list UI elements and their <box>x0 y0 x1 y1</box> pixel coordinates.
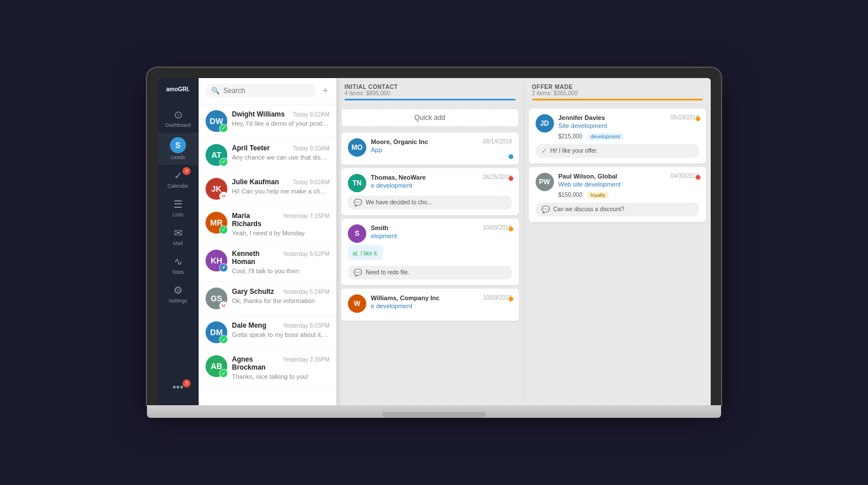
whatsapp-badge-icon: ✓ <box>219 226 228 234</box>
stats-icon: ∿ <box>174 255 183 268</box>
crm-card[interactable]: PW Paul Wilson, Global Web site developm… <box>529 167 707 222</box>
sidebar-item-label: Lists <box>173 212 184 218</box>
message-content: Dale Meng Yesterday 5:03PM Gotta speak t… <box>232 321 330 339</box>
sidebar-item-dashboard[interactable]: ⊙ Dashboard <box>157 104 199 133</box>
more-icon: ••• <box>173 382 184 394</box>
whatsapp-badge-icon: ✓ <box>219 158 228 166</box>
card-tag-loyalty: loyalty <box>587 192 609 199</box>
card-date: 08/14/2018 <box>483 138 512 145</box>
whatsapp-icon: ✓ <box>541 147 547 155</box>
search-icon: 🔍 <box>211 87 220 95</box>
sidebar-item-label: Stats <box>172 269 184 275</box>
chat-icon: 💬 <box>354 199 362 207</box>
search-input[interactable] <box>223 87 311 95</box>
card-deal-title: e development <box>371 182 478 189</box>
message-time: Yesterday 2:36PM <box>283 356 330 363</box>
quick-add-button[interactable]: Quick add <box>341 108 519 127</box>
bubble-text: Need to redo file. <box>366 269 409 276</box>
whatsapp-badge-icon: ✓ <box>219 124 228 133</box>
sidebar-item-stats[interactable]: ∿ Stats <box>157 251 199 280</box>
card-tag: development <box>587 133 624 140</box>
list-item[interactable]: DW ✓ Dwight Williams Today 9:22AM Hey, I… <box>199 104 336 138</box>
message-name: Kenneth Homan <box>232 250 281 266</box>
message-name: Gary Schultz <box>232 288 274 296</box>
card-name: Thomas, NeoWare <box>371 174 478 181</box>
card-avatar: MO <box>348 138 366 157</box>
card-date: 06/25/2018 <box>483 174 512 180</box>
calendar-icon: ✓ <box>174 169 183 182</box>
app-container: amoGRI. ⊙ Dashboard S Leads 3 ✓ <box>157 78 711 405</box>
more-badge: 5 <box>183 379 191 387</box>
card-info: Jennifer Davies Site development $215,00… <box>559 114 666 141</box>
crm-card[interactable]: W Williams, Company Inc e development 10… <box>341 289 519 321</box>
column-header-initial-contact: INITIAL CONTACT 4 items: $895,000 <box>336 78 524 106</box>
card-name: Paul Wilson, Global <box>559 173 666 180</box>
gmail-badge-icon: M <box>219 301 228 310</box>
list-item[interactable]: GS M Gary Schultz Yesterday 5:24PM Ok, t… <box>199 282 336 316</box>
list-item[interactable]: DM ✓ Dale Meng Yesterday 5:03PM Gotta sp… <box>199 316 336 350</box>
card-date: 05/19/2018 <box>671 114 699 121</box>
card-amount: $215,000 <box>559 133 583 139</box>
card-info: Moore, Organic Inc App <box>371 138 478 154</box>
sidebar-item-more[interactable]: 5 ••• <box>157 377 199 399</box>
sidebar-item-calendar[interactable]: 3 ✓ Calendar <box>157 165 199 193</box>
message-preview: Hey, I'd like a demo of your product <box>232 119 330 128</box>
column-subtitle: 4 items: $895,000 <box>344 90 516 96</box>
sidebar-item-label: Calendar <box>168 183 189 189</box>
message-preview: Yeah, I need it by Monday <box>232 229 330 238</box>
column-header-offer-made: OFFER MADE 2 items: $365,000 <box>524 78 711 106</box>
avatar-wrap: KH ⚡ <box>206 250 227 271</box>
message-content: Gary Schultz Yesterday 5:24PM Ok, thanks… <box>232 288 330 305</box>
card-dot <box>509 154 513 159</box>
list-item[interactable]: MR ✓ Maria Richards Yesterday 7:15PM Yea… <box>199 206 336 244</box>
avatar-wrap: DW ✓ <box>206 110 227 132</box>
card-avatar: S <box>348 224 366 243</box>
card-top: S Smith elopment 10/09/2018 <box>348 224 512 243</box>
crm-card[interactable]: TN Thomas, NeoWare e development 06/25/2… <box>341 168 519 215</box>
sidebar-item-leads[interactable]: S Leads <box>157 133 199 165</box>
sidebar-item-settings[interactable]: ⚙ Settings <box>157 280 199 308</box>
card-amount-tag: $150,000 loyalty <box>559 189 666 199</box>
crm-card[interactable]: MO Moore, Organic Inc App 08/14/2018 <box>341 133 519 165</box>
list-item[interactable]: KH ⚡ Kenneth Homan Yesterday 6:52PM Cool… <box>199 244 336 282</box>
message-time: Yesterday 7:15PM <box>283 213 330 219</box>
message-content: Maria Richards Yesterday 7:15PM Yeah, I … <box>232 212 330 238</box>
laptop-base <box>147 405 721 418</box>
card-amount: $150,000 <box>559 192 583 198</box>
add-message-button[interactable]: + <box>321 84 330 98</box>
crm-card[interactable]: S Smith elopment 10/09/2018 at, I like i… <box>341 219 519 285</box>
message-name: Julie Kaufman <box>232 178 279 186</box>
whatsapp-badge-icon: ✓ <box>219 369 228 378</box>
card-deal-title: elopment <box>371 232 478 239</box>
card-avatar: JD <box>536 114 554 133</box>
sidebar-item-lists[interactable]: ☰ Lists <box>157 193 199 222</box>
bubble-text: We have decided to cho... <box>366 199 432 205</box>
column-cards: Quick add MO Moore, Organic Inc App 08 <box>336 106 524 405</box>
message-top: Dale Meng Yesterday 5:03PM <box>232 321 330 329</box>
search-box[interactable]: 🔍 <box>206 84 316 98</box>
message-time: Today 9:20AM <box>293 145 330 152</box>
list-item[interactable]: AB ✓ Agnes Brockman Yesterday 2:36PM Tha… <box>199 350 336 387</box>
message-preview: Thanks, nice talking to you! <box>232 373 330 381</box>
bubble-text: Can we discuss a discount? <box>553 206 625 212</box>
message-content: Dwight Williams Today 9:22AM Hey, I'd li… <box>232 110 330 128</box>
card-avatar: PW <box>536 173 554 191</box>
column-cards: JD Jennifer Davies Site development $215… <box>524 106 711 405</box>
card-info: Thomas, NeoWare e development <box>371 174 478 190</box>
card-deal-title: e development <box>371 302 478 309</box>
app-logo: amoGRI. <box>164 84 192 95</box>
bubble-text-green: at, I like it. <box>352 250 378 257</box>
message-top: Maria Richards Yesterday 7:15PM <box>232 212 330 228</box>
message-content: Agnes Brockman Yesterday 2:36PM Thanks, … <box>232 355 330 381</box>
message-top: Gary Schultz Yesterday 5:24PM <box>232 288 330 296</box>
card-name: Williams, Company Inc <box>371 294 478 301</box>
sidebar-item-mail[interactable]: ✉ Mail <box>157 222 199 251</box>
card-deal-title: Web site development <box>559 181 666 188</box>
message-top: Kenneth Homan Yesterday 6:52PM <box>232 250 330 266</box>
crm-card[interactable]: JD Jennifer Davies Site development $215… <box>529 108 707 164</box>
card-message-bubble: 💬 We have decided to cho... <box>348 196 512 209</box>
list-item[interactable]: JK M Julie Kaufman Today 9:02AM Hi! Can … <box>199 172 336 206</box>
list-item[interactable]: AT ✓ April Teeter Today 9:20AM Any chanc… <box>199 138 336 172</box>
card-avatar: TN <box>348 174 366 192</box>
card-top: PW Paul Wilson, Global Web site developm… <box>536 173 700 199</box>
